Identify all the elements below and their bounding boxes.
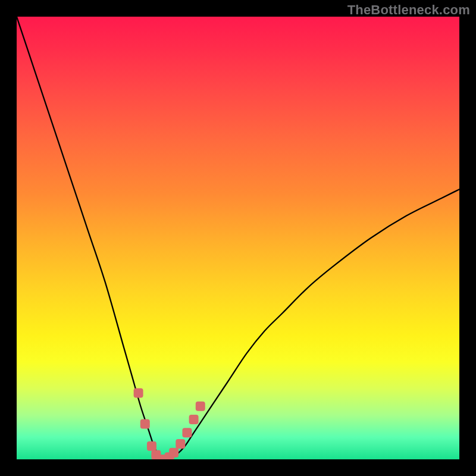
trough-marker [196, 402, 205, 411]
trough-marker [147, 441, 156, 451]
trough-marker [176, 439, 185, 449]
chart-plot-area [17, 17, 459, 459]
trough-marker [140, 419, 150, 428]
bottleneck-chart-svg [17, 17, 459, 459]
trough-marker [182, 428, 192, 437]
trough-marker [169, 448, 178, 458]
bottleneck-curve [17, 17, 459, 459]
trough-marker [189, 415, 199, 424]
trough-marker [134, 388, 143, 397]
watermark-label: TheBottleneck.com [347, 2, 470, 18]
trough-marker-group [134, 388, 205, 459]
chart-frame: TheBottleneck.com [0, 0, 476, 476]
